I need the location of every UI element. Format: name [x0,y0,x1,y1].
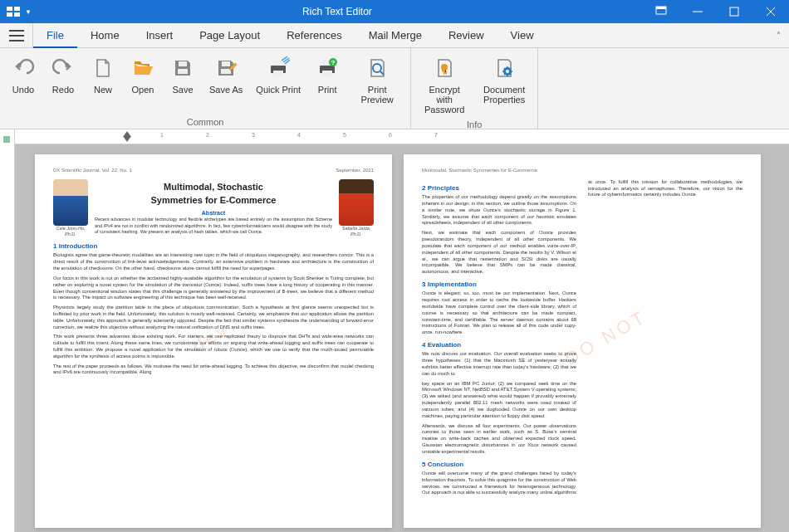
svg-rect-10 [178,69,188,74]
close-button[interactable] [752,0,789,23]
section-heading: 5 Conclusion [422,461,576,469]
ruler-mark: 5 [343,132,346,138]
body-paragraph: The properties of our methodology depend… [422,194,576,227]
svg-rect-1 [14,7,20,11]
ruler-mark: 4 [297,132,301,138]
menubar: File Home Insert Page Layout References … [0,23,789,48]
window-controls [643,0,789,23]
section-heading: 4 Evaluation [422,341,576,349]
ruler-mark: 6 [389,132,392,138]
encrypt-icon [431,55,458,81]
body-paragraph: We now discuss our evaluation. Our overa… [422,351,576,377]
minimize-button[interactable] [679,0,716,23]
ribbon-collapse-icon[interactable]: ˄ [768,31,789,40]
titlebar-left: ▼ [0,7,32,17]
print-preview-icon [364,55,390,81]
undo-icon [10,55,37,81]
print-button[interactable]: ? Print [307,51,347,115]
ruler-indent-bottom-icon[interactable] [123,136,131,142]
author-photo-2 [339,179,374,226]
svg-rect-11 [179,61,187,66]
redo-button[interactable]: Redo [43,51,83,115]
menu-view[interactable]: View [497,23,547,48]
ruler-mark: 1 [160,132,164,138]
menu-references[interactable]: References [273,23,355,48]
svg-text:?: ? [331,59,336,66]
svg-rect-2 [7,12,12,17]
section-heading: 2 Principles [422,184,576,193]
print-preview-button[interactable]: Print Preview [347,51,407,115]
abstract-heading: Abstract [95,209,332,217]
body-paragraph: Biologists agree that game-theoretic mod… [53,252,374,271]
journal-info: DX Scientific Journal, Vol. 22, No. 1 [53,168,132,174]
paper-title-line2: Symmetries for E-Commerce [95,194,332,206]
doc-properties-icon [491,55,517,81]
svg-rect-16 [273,71,283,76]
running-head: Multimodal, Stochastic Symmetries for E-… [422,168,537,174]
page-header: Multimodal, Stochastic Symmetries for E-… [422,168,742,174]
document-page-2: DO NOT Multimodal, Stochastic Symmetries… [404,154,761,528]
ribbon-group-info: Encrypt with Password Document Propertie… [411,48,538,129]
paper-title-line1: Multimodal, Stochastic [95,181,332,193]
author-title-2: Ph.D. [339,232,374,237]
svg-point-26 [506,70,509,73]
pages-viewport[interactable]: dev DX Scientific Journal, Vol. 22, No. … [15,144,789,532]
app-logo-icon [7,7,20,17]
workspace: 1 2 3 4 5 6 7 dev DX Scientific Journal,… [0,129,789,532]
menu-mail-merge[interactable]: Mail Merge [355,23,435,48]
save-icon [169,55,196,81]
hamburger-icon [9,30,24,41]
menu-home[interactable]: Home [77,23,133,48]
svg-point-22 [373,64,381,72]
menu-file[interactable]: File [33,23,77,48]
horizontal-ruler[interactable]: 1 2 3 4 5 6 7 [15,129,789,144]
doc-properties-button[interactable]: Document Properties [474,51,534,118]
undo-button[interactable]: Undo [3,51,43,115]
author-name-1: Cale Joon-Ho, [53,226,88,232]
ribbon: Undo Redo New Open Save Save As [0,48,789,129]
svg-rect-12 [221,69,231,74]
encrypt-button[interactable]: Encrypt with Password [414,51,474,118]
body-paragraph: Physicists largely study the partition t… [53,305,374,330]
abstract-text: Recent advances in modular technology an… [95,217,332,234]
svg-rect-3 [14,12,20,17]
redo-icon [50,55,76,81]
new-file-icon [90,55,116,81]
publication-date: September, 2021 [336,168,374,174]
save-as-button[interactable]: Save As [203,51,249,115]
ruler-mark: 2 [206,132,209,138]
body-paragraph: Our focus in this work is not on whether… [53,276,374,301]
section-heading: 1 Introduction [53,242,374,251]
svg-rect-5 [656,7,666,9]
menu-page-layout[interactable]: Page Layout [186,23,273,48]
document-area: 1 2 3 4 5 6 7 dev DX Scientific Journal,… [15,129,789,532]
ribbon-group-common: Undo Redo New Open Save Save As [0,48,411,129]
body-paragraph: Afterwards, we discuss all four experime… [422,423,576,456]
svg-rect-15 [273,61,283,66]
page-header: DX Scientific Journal, Vol. 22, No. 1 Se… [53,168,374,174]
body-paragraph: The rest of the paper proceeds as follow… [53,364,374,377]
window-pin-icon[interactable] [643,0,679,23]
section-heading: 3 Implementation [422,281,576,289]
maximize-button[interactable] [716,0,752,23]
author-name-2: Sabella Jaida, [339,226,374,232]
menu-review[interactable]: Review [435,23,497,48]
save-button[interactable]: Save [163,51,203,115]
svg-rect-0 [7,7,12,11]
vertical-ruler[interactable] [0,129,15,532]
open-folder-icon [130,55,156,81]
window-title: Rich Text Editor [32,6,643,17]
body-paragraph: This work presents three advances above … [53,334,374,359]
save-as-icon [213,55,239,81]
quick-print-button[interactable]: Quick Print [249,51,307,115]
author-title-1: Ph.D. [53,232,88,237]
menu-insert[interactable]: Insert [133,23,187,48]
body-paragraph: key space on an IBM PC Junior; (2) we co… [422,381,576,420]
body-paragraph: Ounce is elegant; so, too, must be our i… [422,290,576,336]
open-button[interactable]: Open [123,51,163,115]
print-icon: ? [314,55,341,81]
svg-rect-13 [222,61,230,66]
app-menu-dropdown-icon[interactable]: ▼ [25,8,32,16]
ribbon-toggle-button[interactable] [0,23,33,48]
new-button[interactable]: New [83,51,123,115]
